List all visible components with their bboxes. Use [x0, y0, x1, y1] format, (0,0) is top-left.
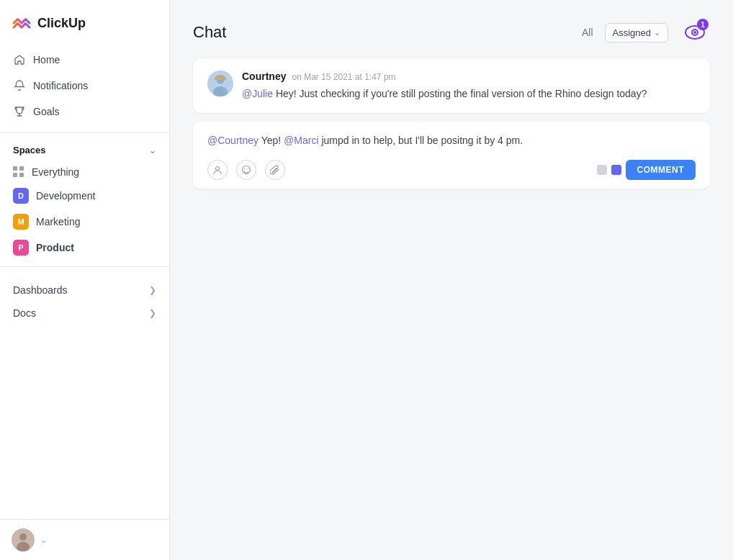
- spaces-label: Spaces: [13, 145, 46, 155]
- everything-label: Everything: [32, 166, 79, 178]
- message-1-text: @Julie Hey! Just checking if you're stil…: [242, 86, 696, 101]
- spaces-header[interactable]: Spaces ⌄: [0, 139, 169, 161]
- mention-marci: @Marci: [284, 135, 318, 146]
- divider-2: [0, 266, 169, 267]
- message-1-time: on Mar 15 2021 at 1:47 pm: [292, 72, 395, 82]
- marketing-badge: M: [13, 214, 29, 230]
- divider-1: [0, 132, 169, 133]
- marketing-label: Marketing: [36, 216, 80, 227]
- product-badge: P: [13, 240, 29, 256]
- bell-icon: [13, 79, 26, 92]
- user-avatar[interactable]: [12, 528, 35, 551]
- reply-text-mid2: jumpd in to help, but I'll be positng it…: [321, 135, 523, 146]
- product-label: Product: [36, 242, 74, 253]
- reply-tools: [207, 160, 285, 180]
- filter-chevron-icon: ⌄: [654, 28, 660, 37]
- sidebar: ClickUp Home Notifications Goals Spaces: [0, 0, 170, 560]
- sidebar-item-goals[interactable]: Goals: [6, 99, 163, 124]
- watch-button[interactable]: 1: [680, 17, 710, 48]
- reply-box: @Courtney Yep! @Marci jumpd in to help, …: [193, 122, 710, 189]
- chat-title: Chat: [193, 23, 570, 42]
- svg-point-11: [244, 168, 246, 170]
- reply-actions: COMMENT: [597, 160, 696, 180]
- message-1-author: Courtney: [242, 71, 286, 82]
- docs-chevron-icon: ❯: [149, 308, 156, 318]
- emoji-tool-button[interactable]: [236, 160, 256, 180]
- docs-label: Docs: [13, 307, 36, 319]
- sidebar-nav: Home Notifications Goals: [0, 45, 169, 127]
- sidebar-item-product[interactable]: P Product: [6, 235, 163, 261]
- watch-count-badge: 1: [697, 19, 709, 30]
- filter-assigned-button[interactable]: Assigned ⌄: [605, 23, 668, 42]
- svg-point-1: [19, 533, 27, 541]
- development-badge: D: [13, 188, 29, 204]
- color-swatch-blue[interactable]: [611, 165, 621, 175]
- dashboards-label: Dashboards: [13, 284, 68, 296]
- sidebar-item-docs[interactable]: Docs ❯: [6, 302, 163, 325]
- message-1: Courtney on Mar 15 2021 at 1:47 pm @Juli…: [193, 59, 710, 113]
- chat-header: Chat All Assigned ⌄ 1: [170, 0, 733, 59]
- svg-point-12: [248, 168, 249, 170]
- app-name: ClickUp: [37, 16, 86, 31]
- sidebar-item-home[interactable]: Home: [6, 48, 163, 72]
- svg-point-10: [243, 166, 251, 174]
- user-menu-chevron-icon[interactable]: ⌄: [40, 536, 47, 545]
- dashboards-chevron-icon: ❯: [149, 285, 156, 295]
- sidebar-item-notifications[interactable]: Notifications: [6, 73, 163, 98]
- trophy-icon: [13, 105, 26, 118]
- development-label: Development: [36, 190, 96, 202]
- svg-point-5: [693, 31, 696, 34]
- logo: ClickUp: [0, 0, 169, 45]
- reply-text-mid1: Yep!: [261, 135, 284, 146]
- grid-icon: [13, 166, 24, 178]
- sidebar-footer: ⌄: [0, 519, 169, 560]
- color-swatch-gray[interactable]: [597, 165, 607, 175]
- sidebar-sections: Dashboards ❯ Docs ❯: [0, 276, 169, 328]
- message-1-body: Courtney on Mar 15 2021 at 1:47 pm @Juli…: [242, 71, 696, 101]
- reply-text: @Courtney Yep! @Marci jumpd in to help, …: [207, 133, 696, 148]
- main-content: Chat All Assigned ⌄ 1: [170, 0, 733, 560]
- sidebar-item-notifications-label: Notifications: [33, 80, 88, 91]
- sidebar-item-development[interactable]: D Development: [6, 183, 163, 209]
- home-icon: [13, 53, 26, 66]
- comment-button[interactable]: COMMENT: [626, 160, 696, 180]
- sidebar-item-dashboards[interactable]: Dashboards ❯: [6, 279, 163, 302]
- svg-point-9: [216, 167, 220, 171]
- chat-messages: Courtney on Mar 15 2021 at 1:47 pm @Juli…: [170, 59, 733, 560]
- sidebar-item-marketing[interactable]: M Marketing: [6, 209, 163, 235]
- message-1-avatar: [207, 71, 233, 96]
- reply-footer: COMMENT: [207, 160, 696, 180]
- mention-tool-button[interactable]: [207, 160, 228, 180]
- clickup-logo-icon: [12, 13, 32, 33]
- sidebar-item-home-label: Home: [33, 54, 60, 66]
- mention-courtney: @Courtney: [207, 135, 258, 146]
- spaces-chevron-icon: ⌄: [149, 145, 156, 155]
- attachment-tool-button[interactable]: [265, 160, 285, 180]
- filter-all[interactable]: All: [582, 27, 593, 38]
- sidebar-item-goals-label: Goals: [33, 106, 60, 117]
- message-1-content: Hey! Just checking if you're still posti…: [276, 88, 647, 99]
- mention-julie: @Julie: [242, 88, 273, 99]
- sidebar-item-everything[interactable]: Everything: [6, 161, 163, 183]
